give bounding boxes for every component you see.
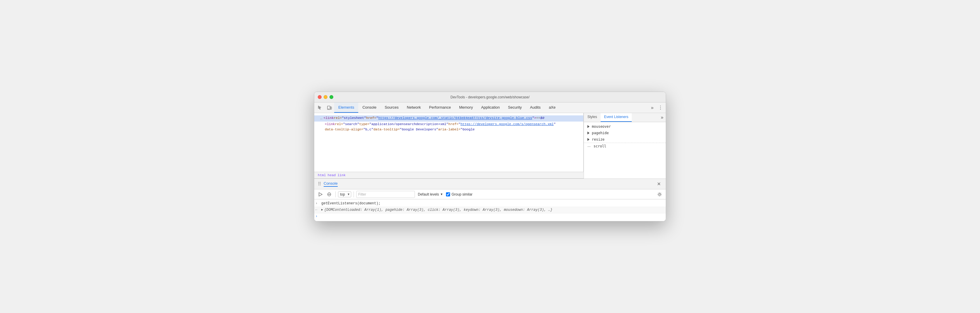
console-row-empty: › (314, 214, 666, 220)
code-area: … <link rel="stylesheet" href="https://d… (314, 113, 583, 135)
tab-memory[interactable]: Memory (455, 102, 477, 113)
event-listener-mouseover[interactable]: mouseover (584, 123, 666, 130)
expand-icon (587, 138, 589, 141)
devtools-menu-button[interactable]: ⋮ (656, 102, 665, 113)
breadcrumb-link[interactable]: link (337, 173, 346, 177)
expand-icon (587, 125, 589, 128)
filter-wrap (356, 191, 415, 198)
code-line-2[interactable]: <link rel="search" type="application/ope… (314, 121, 583, 133)
title-bar: DevTools - developers.google.com/web/sho… (314, 92, 666, 102)
group-similar-checkbox[interactable] (446, 192, 450, 196)
breadcrumb-head[interactable]: head (328, 173, 336, 177)
drawer-drag-handle[interactable]: ⠿ (318, 181, 321, 187)
tab-network[interactable]: Network (403, 102, 425, 113)
tab-application[interactable]: Application (477, 102, 504, 113)
elements-and-styles-area: … <link rel="stylesheet" href="https://d… (314, 113, 666, 179)
link-href-1[interactable]: https://developers.google.com/_static/64… (378, 115, 532, 121)
expand-result-icon[interactable]: ▶ (321, 208, 323, 211)
minimize-button[interactable] (324, 95, 328, 99)
console-output: › getEventListeners(document); ← ▶ {DOMC… (314, 200, 666, 221)
elements-panel-area: … <link rel="stylesheet" href="https://d… (314, 113, 584, 179)
elements-panel: … <link rel="stylesheet" href="https://d… (314, 113, 584, 172)
tab-performance[interactable]: Performance (425, 102, 455, 113)
filter-input[interactable] (356, 192, 415, 197)
console-settings-button[interactable] (656, 190, 663, 198)
toolbar-divider-2 (353, 192, 354, 197)
breadcrumb-html[interactable]: html (318, 173, 326, 177)
code-line-1[interactable]: … <link rel="stylesheet" href="https://d… (314, 115, 583, 121)
svg-marker-3 (319, 193, 322, 196)
console-run-button[interactable] (317, 190, 324, 198)
more-tabs-button[interactable]: » (648, 102, 656, 113)
tab-security[interactable]: Security (504, 102, 526, 113)
close-button[interactable] (318, 95, 321, 99)
scroll-indicator: — (587, 144, 591, 148)
devtools-window: DevTools - developers.google.com/web/sho… (314, 92, 666, 221)
tab-nav: Elements Console Sources Network Perform… (334, 102, 648, 113)
link-href-2[interactable]: https://developers.google.com/s/opensear… (460, 121, 554, 127)
devtools-body: Elements Console Sources Network Perform… (314, 102, 666, 221)
svg-rect-1 (330, 107, 332, 109)
event-listener-pagehide[interactable]: pagehide (584, 130, 666, 136)
chevron-down-icon: ▼ (440, 193, 443, 196)
tab-event-listeners[interactable]: Event Listeners (601, 113, 632, 122)
console-row-result: ← ▶ {DOMContentLoaded: Array(1), pagehid… (314, 207, 666, 214)
console-drawer: ⠿ Console ✕ (314, 179, 666, 221)
console-clear-button[interactable] (325, 190, 333, 198)
tab-console[interactable]: Console (358, 102, 380, 113)
tab-sources[interactable]: Sources (380, 102, 403, 113)
console-row-input: › getEventListeners(document); (314, 201, 666, 207)
console-empty-prompt: › (315, 214, 321, 219)
styles-tabs: Styles Event Listeners » (584, 113, 666, 122)
inspector-icon-button[interactable] (315, 102, 325, 113)
console-drawer-tab[interactable]: Console (324, 181, 338, 187)
event-listeners-content: mouseover pagehide resize — scroll (584, 122, 666, 151)
default-levels-button[interactable]: Default levels ▼ (416, 192, 445, 197)
devtools-tab-bar: Elements Console Sources Network Perform… (314, 102, 666, 113)
maximize-button[interactable] (329, 95, 333, 99)
group-similar-checkbox-wrap[interactable]: Group similar (446, 192, 473, 196)
tab-audits[interactable]: Audits (526, 102, 544, 113)
device-toggle-button[interactable] (325, 102, 334, 113)
breadcrumb-bar: html head link (314, 172, 584, 179)
styles-panel: Styles Event Listeners » mouseover pageh… (584, 113, 666, 179)
expand-icon (587, 131, 589, 134)
console-drawer-header: ⠿ Console ✕ (314, 179, 666, 189)
context-select-wrap: top ▼ (338, 192, 351, 197)
console-close-button[interactable]: ✕ (655, 180, 662, 188)
context-select[interactable]: top (338, 192, 351, 197)
tab-styles[interactable]: Styles (584, 113, 601, 122)
svg-point-6 (659, 193, 660, 195)
event-listener-scroll[interactable]: — scroll (584, 143, 666, 149)
traffic-lights (318, 95, 333, 99)
more-styles-tabs-button[interactable]: » (659, 113, 666, 122)
tab-elements[interactable]: Elements (334, 102, 358, 113)
console-input-prompt: › (315, 201, 321, 206)
tab-axe[interactable]: aXe (544, 102, 560, 113)
window-title: DevTools - developers.google.com/web/sho… (450, 95, 529, 99)
console-result-prompt: ← (315, 208, 321, 212)
ellipsis-icon: … (320, 115, 323, 121)
console-toolbar: top ▼ Default levels ▼ Group similar (314, 189, 666, 200)
event-listener-resize[interactable]: resize (584, 136, 666, 143)
